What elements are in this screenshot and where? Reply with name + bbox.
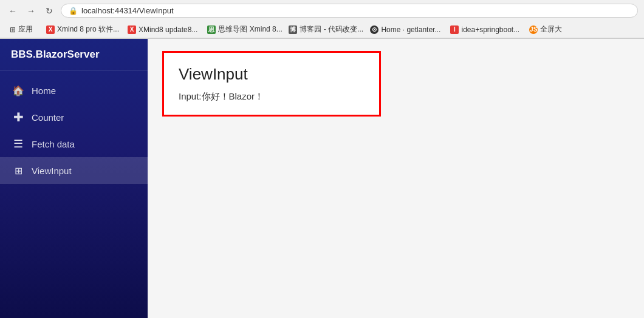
bookmark-blog[interactable]: 博 博客园 - 代码改变... (285, 23, 364, 36)
sidebar-item-viewinput[interactable]: ⊞ ViewInput (0, 157, 148, 184)
reload-button[interactable]: ↻ (43, 4, 56, 18)
lock-icon: 🔒 (69, 7, 78, 15)
sidebar-brand: BBS.BlazorServer (0, 39, 148, 71)
apps-grid-icon: ⊞ (10, 25, 16, 34)
content-text: Input:你好！Blazor！ (179, 91, 365, 103)
browser-chrome: ← → ↻ 🔒 localhost:44314/ViewInput ⊞ 应用 X… (0, 0, 644, 39)
bookmark-github[interactable]: ⊙ Home · getlanter... (366, 24, 444, 35)
xmind8update-favicon: X (128, 25, 136, 34)
bookmarks-bar: ⊞ 应用 X Xmind 8 pro 软件... X XMind8 update… (0, 21, 644, 38)
bookmarks-apps[interactable]: ⊞ 应用 (6, 23, 36, 36)
sidebar-nav: 🏠 Home ✚ Counter ☰ Fetch data ⊞ ViewInpu… (0, 71, 148, 184)
app-container: BBS.BlazorServer 🏠 Home ✚ Counter ☰ Fetc… (0, 39, 644, 318)
blog-favicon: 博 (289, 25, 297, 34)
bookmark-xmind8pro[interactable]: X Xmind 8 pro 软件... (43, 23, 122, 36)
counter-icon: ✚ (12, 111, 24, 123)
content-box: ViewInput Input:你好！Blazor！ (162, 51, 381, 117)
github-favicon: ⊙ (370, 25, 379, 34)
browser-toolbar: ← → ↻ 🔒 localhost:44314/ViewInput (0, 0, 644, 21)
sidebar: BBS.BlazorServer 🏠 Home ✚ Counter ☰ Fetc… (0, 39, 148, 318)
forward-button[interactable]: → (24, 4, 38, 18)
back-button[interactable]: ← (6, 4, 19, 18)
sidebar-item-counter[interactable]: ✚ Counter (0, 104, 148, 130)
sidebar-item-viewinput-label: ViewInput (32, 166, 72, 176)
mindmap-favicon: 思 (207, 25, 216, 34)
sidebar-item-fetchdata-label: Fetch data (32, 139, 75, 149)
fullscreen-favicon: JS (529, 25, 538, 34)
home-icon: 🏠 (12, 84, 24, 96)
viewinput-icon: ⊞ (12, 164, 24, 177)
bookmark-xmind8update[interactable]: X XMind8 update8... (124, 24, 201, 35)
sidebar-item-home[interactable]: 🏠 Home (0, 77, 148, 104)
main-content: ViewInput Input:你好！Blazor！ (148, 39, 644, 318)
bookmark-idea[interactable]: I idea+springboot... (447, 24, 523, 35)
sidebar-item-fetchdata[interactable]: ☰ Fetch data (0, 130, 148, 157)
idea-favicon: I (450, 25, 459, 34)
xmind8pro-favicon: X (46, 25, 55, 34)
address-bar[interactable]: 🔒 localhost:44314/ViewInput (61, 4, 638, 18)
bookmark-fullscreen[interactable]: JS 全屏大 (526, 23, 566, 36)
page-title: ViewInput (179, 65, 365, 84)
bookmark-mindmap[interactable]: 思 思维导图 Xmind 8... (204, 23, 283, 36)
sidebar-item-home-label: Home (32, 86, 56, 96)
sidebar-item-counter-label: Counter (32, 112, 64, 123)
fetchdata-icon: ☰ (12, 138, 24, 150)
url-text: localhost:44314/ViewInput (81, 6, 174, 15)
